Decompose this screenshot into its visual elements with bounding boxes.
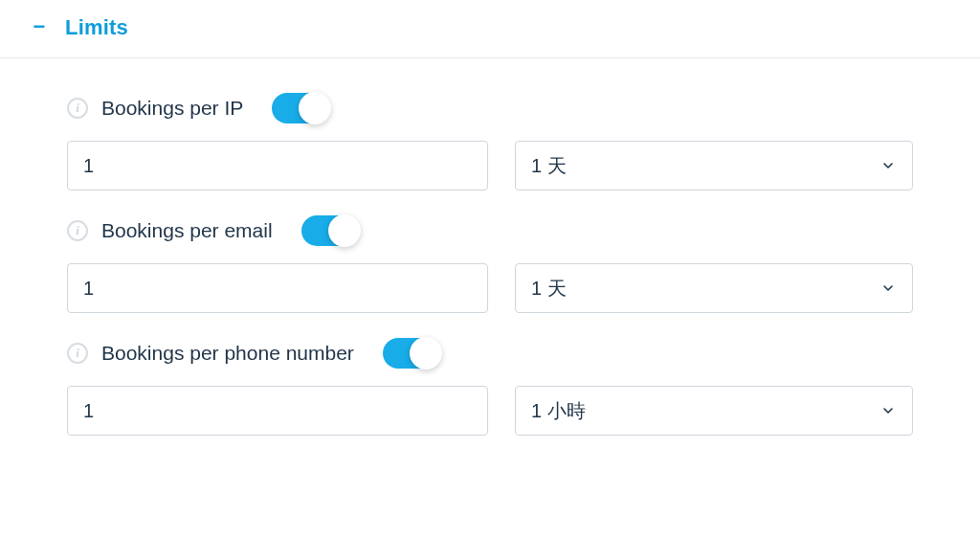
- chevron-down-icon: [880, 157, 897, 174]
- info-icon[interactable]: i: [67, 98, 88, 119]
- period-select[interactable]: 1 天: [515, 141, 913, 191]
- limit-bookings-per-ip: i Bookings per IP 1 1 天: [67, 93, 913, 191]
- period-value: 1 天: [531, 276, 567, 302]
- toggle-bookings-per-email[interactable]: [301, 215, 359, 246]
- limit-label: Bookings per IP: [101, 97, 243, 120]
- toggle-bookings-per-ip[interactable]: [272, 93, 329, 123]
- count-input[interactable]: 1: [67, 263, 488, 313]
- section-header[interactable]: − Limits: [0, 0, 980, 58]
- limit-label: Bookings per email: [101, 219, 273, 242]
- period-value: 1 天: [531, 153, 567, 179]
- chevron-down-icon: [880, 402, 897, 419]
- section-title: Limits: [65, 15, 128, 40]
- period-select[interactable]: 1 小時: [515, 386, 913, 436]
- limit-bookings-per-phone: i Bookings per phone number 1 1 小時: [67, 338, 913, 436]
- chevron-down-icon: [880, 280, 897, 297]
- count-input[interactable]: 1: [67, 141, 488, 191]
- toggle-bookings-per-phone[interactable]: [383, 338, 440, 369]
- limit-row-inputs: 1 1 天: [67, 141, 913, 191]
- limit-row-top: i Bookings per IP: [67, 93, 913, 123]
- period-select[interactable]: 1 天: [515, 263, 913, 313]
- limit-row-top: i Bookings per phone number: [67, 338, 913, 369]
- info-icon[interactable]: i: [67, 220, 88, 241]
- limit-row-inputs: 1 1 天: [67, 263, 913, 313]
- period-value: 1 小時: [531, 398, 586, 424]
- count-input[interactable]: 1: [67, 386, 488, 436]
- collapse-icon[interactable]: −: [29, 14, 50, 39]
- limit-label: Bookings per phone number: [101, 342, 354, 365]
- info-icon[interactable]: i: [67, 343, 88, 364]
- limit-row-top: i Bookings per email: [67, 215, 913, 246]
- limit-bookings-per-email: i Bookings per email 1 1 天: [67, 215, 913, 313]
- section-body: i Bookings per IP 1 1 天 i Bookings per e…: [0, 58, 980, 455]
- limit-row-inputs: 1 1 小時: [67, 386, 913, 436]
